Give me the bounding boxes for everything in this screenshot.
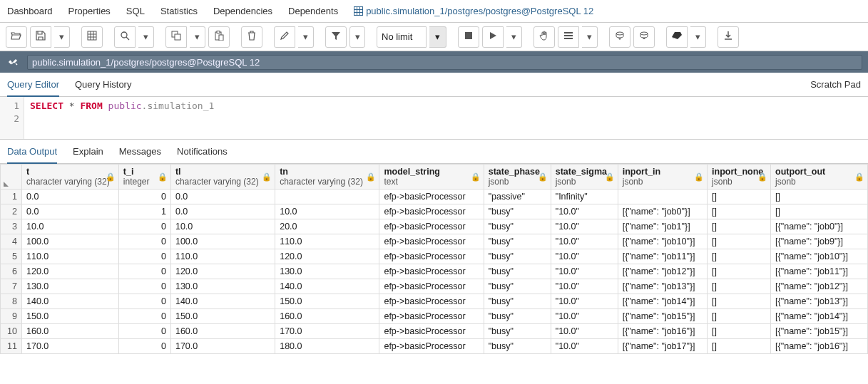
column-header[interactable]: state_phasejsonb🔒 <box>484 165 551 190</box>
data-cell[interactable]: [] <box>708 294 771 309</box>
data-cell[interactable]: 0 <box>118 219 170 234</box>
column-header[interactable]: outport_outjsonb🔒 <box>771 165 868 190</box>
column-header[interactable]: tcharacter varying (32)🔒 <box>22 165 119 190</box>
data-cell[interactable]: efp->basicProcessor <box>379 190 484 204</box>
data-cell[interactable]: [{"name": "job10"}] <box>771 249 868 264</box>
commit-button[interactable] <box>609 26 630 48</box>
save-button[interactable] <box>30 26 51 48</box>
connection-path[interactable]: public.simulation_1/postgres/postgres@Po… <box>27 55 862 70</box>
data-cell[interactable]: 140.0 <box>275 279 379 294</box>
rollback-button[interactable] <box>633 26 655 48</box>
data-cell[interactable]: "10.0" <box>551 279 618 294</box>
data-cell[interactable]: [{"name": "job12"}] <box>618 264 707 279</box>
data-cell[interactable]: 0.0 <box>22 204 119 219</box>
data-cell[interactable]: "10.0" <box>551 294 618 309</box>
filter-dropdown[interactable]: ▾ <box>349 26 365 48</box>
data-cell[interactable]: 0 <box>118 339 170 354</box>
tab-properties[interactable]: Properties <box>67 1 112 21</box>
data-cell[interactable]: 10.0 <box>275 204 379 219</box>
data-cell[interactable]: [{"name": "job11"}] <box>771 264 868 279</box>
data-cell[interactable]: "10.0" <box>551 324 618 339</box>
data-cell[interactable]: [{"name": "job12"}] <box>771 279 868 294</box>
data-cell[interactable]: [{"name": "job16"}] <box>771 339 868 354</box>
data-cell[interactable]: [] <box>771 190 868 204</box>
table-row[interactable]: 10160.00160.0170.0efp->basicProcessor"bu… <box>1 324 868 339</box>
data-cell[interactable]: [{"name": "job13"}] <box>618 279 707 294</box>
execute-button[interactable] <box>482 26 504 48</box>
data-cell[interactable]: "busy" <box>484 249 551 264</box>
table-row[interactable]: 20.010.010.0efp->basicProcessor"busy""10… <box>1 204 868 219</box>
data-cell[interactable]: 10.0 <box>170 219 275 234</box>
tab-dependencies[interactable]: Dependencies <box>212 1 274 21</box>
clear-dropdown[interactable]: ▾ <box>690 26 706 48</box>
row-number-cell[interactable]: 3 <box>1 219 22 234</box>
copy-button[interactable] <box>165 26 187 48</box>
data-cell[interactable]: 170.0 <box>22 339 119 354</box>
download-button[interactable] <box>718 26 739 48</box>
data-cell[interactable]: "10.0" <box>551 219 618 234</box>
data-cell[interactable]: 10.0 <box>22 219 119 234</box>
data-cell[interactable]: 100.0 <box>22 234 119 249</box>
row-number-cell[interactable]: 4 <box>1 234 22 249</box>
find-button[interactable] <box>114 26 136 48</box>
tab-dependents[interactable]: Dependents <box>287 1 339 21</box>
data-cell[interactable]: "busy" <box>484 309 551 324</box>
rows-limit-select[interactable]: No limit <box>377 26 427 48</box>
column-header[interactable]: model_stringtext🔒 <box>379 165 484 190</box>
data-cell[interactable]: 140.0 <box>170 294 275 309</box>
data-cell[interactable]: [{"name": "job14"}] <box>618 294 707 309</box>
row-number-cell[interactable]: 6 <box>1 264 22 279</box>
subtab-scratch-pad[interactable]: Scratch Pad <box>810 73 861 95</box>
explain-analyze-dropdown[interactable]: ▾ <box>582 26 598 48</box>
edit-dropdown[interactable]: ▾ <box>298 26 314 48</box>
row-number-cell[interactable]: 7 <box>1 279 22 294</box>
data-cell[interactable]: [{"name": "job0"}] <box>771 219 868 234</box>
data-cell[interactable]: [] <box>708 249 771 264</box>
explain-analyze-button[interactable] <box>558 26 579 48</box>
subtab-query-history[interactable]: Query History <box>75 73 131 95</box>
table-row[interactable]: 11170.00170.0180.0efp->basicProcessor"bu… <box>1 339 868 354</box>
data-cell[interactable]: "busy" <box>484 264 551 279</box>
data-cell[interactable]: "busy" <box>484 324 551 339</box>
data-cell[interactable]: 0 <box>118 234 170 249</box>
data-cell[interactable]: 1 <box>118 204 170 219</box>
data-cell[interactable]: "busy" <box>484 294 551 309</box>
data-cell[interactable]: [] <box>708 190 771 204</box>
data-cell[interactable]: "busy" <box>484 204 551 219</box>
data-cell[interactable]: efp->basicProcessor <box>379 339 484 354</box>
data-cell[interactable]: 0 <box>118 190 170 204</box>
data-cell[interactable]: [{"name": "job10"}] <box>618 234 707 249</box>
data-cell[interactable]: 160.0 <box>22 324 119 339</box>
data-cell[interactable]: 130.0 <box>170 279 275 294</box>
clear-button[interactable] <box>666 26 688 48</box>
table-row[interactable]: 5110.00110.0120.0efp->basicProcessor"bus… <box>1 249 868 264</box>
data-cell[interactable]: [{"name": "job11"}] <box>618 249 707 264</box>
data-cell[interactable]: [] <box>708 279 771 294</box>
row-number-header[interactable] <box>1 165 22 190</box>
data-cell[interactable]: [{"name": "job14"}] <box>771 309 868 324</box>
data-cell[interactable]: 130.0 <box>275 264 379 279</box>
data-cell[interactable]: 0.0 <box>170 190 275 204</box>
data-cell[interactable]: 170.0 <box>275 324 379 339</box>
data-cell[interactable]: "busy" <box>484 234 551 249</box>
table-row[interactable]: 8140.00140.0150.0efp->basicProcessor"bus… <box>1 294 868 309</box>
data-cell[interactable]: "10.0" <box>551 234 618 249</box>
column-header[interactable]: tncharacter varying (32)🔒 <box>275 165 379 190</box>
explain-button[interactable] <box>533 26 555 48</box>
data-cell[interactable]: efp->basicProcessor <box>379 264 484 279</box>
tab-sql[interactable]: SQL <box>125 1 146 21</box>
data-cell[interactable]: 160.0 <box>275 309 379 324</box>
data-grid-wrap[interactable]: tcharacter varying (32)🔒t_iinteger🔒tlcha… <box>0 164 868 354</box>
data-cell[interactable] <box>618 190 707 204</box>
data-cell[interactable]: [{"name": "job15"}] <box>618 309 707 324</box>
data-cell[interactable]: [] <box>708 339 771 354</box>
data-cell[interactable]: 120.0 <box>22 264 119 279</box>
data-cell[interactable]: 150.0 <box>22 309 119 324</box>
result-tab-explain[interactable]: Explain <box>73 140 103 162</box>
data-cell[interactable]: 0 <box>118 294 170 309</box>
data-cell[interactable]: efp->basicProcessor <box>379 219 484 234</box>
data-cell[interactable] <box>275 190 379 204</box>
column-header[interactable]: t_iinteger🔒 <box>118 165 170 190</box>
data-cell[interactable]: [{"name": "job17"}] <box>618 339 707 354</box>
data-cell[interactable]: 110.0 <box>170 249 275 264</box>
